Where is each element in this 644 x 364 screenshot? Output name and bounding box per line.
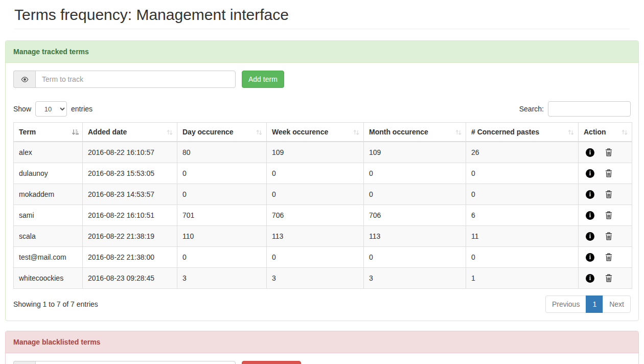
info-icon[interactable]: i	[586, 169, 594, 178]
cell-day: 0	[177, 163, 267, 184]
cell-week: 706	[267, 205, 364, 226]
cell-term: whitecoockies	[14, 268, 83, 289]
action-cell: i	[584, 274, 627, 283]
column-header-week-occurence[interactable]: Week occurence	[267, 123, 364, 142]
cell-pastes: 1	[466, 268, 579, 289]
action-cell: i	[584, 148, 627, 157]
cell-term: mokaddem	[14, 184, 83, 205]
table-info-text: Showing 1 to 7 of 7 entries	[13, 300, 98, 308]
datatable-footer: Showing 1 to 7 of 7 entries Previous 1 N…	[13, 295, 631, 313]
cell-pastes: 11	[466, 226, 579, 247]
column-header-concerned-pastes[interactable]: # Concerned pastes	[466, 123, 579, 142]
tracked-terms-panel: Manage tracked terms Add term Show	[5, 40, 639, 321]
info-icon[interactable]: i	[586, 211, 594, 220]
action-cell: i	[584, 253, 627, 262]
cell-pastes: 0	[466, 247, 579, 268]
show-label: Show	[13, 105, 31, 113]
cell-month: 0	[364, 163, 466, 184]
cell-term: alex	[14, 142, 83, 163]
sort-both-icon	[353, 128, 360, 139]
page-title: Terms frequency: Management interface	[14, 6, 630, 24]
add-term-row: Add term	[13, 71, 631, 88]
cell-added-date: 2016-08-23 09:28:45	[83, 268, 177, 289]
tracked-terms-table: Term	[13, 122, 632, 289]
column-header-term[interactable]: Term	[14, 123, 83, 142]
trash-icon[interactable]	[605, 274, 612, 282]
column-header-month-occurence[interactable]: Month occurence	[364, 123, 466, 142]
cell-added-date: 2016-08-23 14:53:57	[83, 184, 177, 205]
info-icon[interactable]: i	[586, 253, 594, 262]
column-header-day-occurence[interactable]: Day occurence	[177, 123, 267, 142]
cell-term: test@mail.com	[14, 247, 83, 268]
cell-week: 0	[267, 247, 364, 268]
column-header-action[interactable]: Action	[579, 123, 632, 142]
cell-week: 113	[267, 226, 364, 247]
cell-pastes: 26	[466, 142, 579, 163]
datatable-controls: Show 10 entries Search:	[13, 101, 631, 117]
cell-term: scala	[14, 226, 83, 247]
cell-week: 0	[267, 184, 364, 205]
cell-week: 109	[267, 142, 364, 163]
blacklist-term-input[interactable]	[35, 361, 236, 364]
page: Terms frequency: Management interface Ma…	[0, 6, 644, 364]
table-row: whitecoockies 2016-08-23 09:28:45 3 3 3 …	[14, 268, 632, 289]
cell-term: sami	[14, 205, 83, 226]
search-input[interactable]	[548, 101, 631, 117]
cell-month: 0	[364, 184, 466, 205]
sort-asc-icon	[72, 128, 79, 139]
eye-icon	[13, 71, 35, 88]
cell-month: 109	[364, 142, 466, 163]
cell-added-date: 2016-08-22 16:10:57	[83, 142, 177, 163]
sort-both-icon	[621, 128, 628, 139]
table-row: alex 2016-08-22 16:10:57 80 109 109 26 i	[14, 142, 632, 163]
search-control: Search:	[519, 101, 631, 117]
blacklist-addon-icon	[13, 361, 35, 364]
action-cell: i	[584, 232, 627, 241]
pagination-next[interactable]: Next	[603, 295, 631, 313]
trash-icon[interactable]	[605, 232, 612, 240]
pagination: Previous 1 Next	[545, 295, 631, 313]
add-term-button[interactable]: Add term	[242, 71, 284, 88]
add-blacklist-button[interactable]	[242, 361, 301, 364]
term-to-track-input[interactable]	[35, 71, 236, 88]
cell-month: 706	[364, 205, 466, 226]
title-divider	[14, 29, 630, 29]
trash-icon[interactable]	[605, 253, 612, 261]
tracked-panel-heading: Manage tracked terms	[6, 41, 638, 63]
info-icon[interactable]: i	[586, 148, 594, 157]
add-blacklist-row	[13, 361, 631, 364]
cell-added-date: 2016-08-22 21:38:00	[83, 247, 177, 268]
table-row: sami 2016-08-22 16:10:51 701 706 706 6 i	[14, 205, 632, 226]
pagination-page-1[interactable]: 1	[586, 295, 603, 313]
cell-day: 0	[177, 247, 267, 268]
trash-icon[interactable]	[605, 148, 612, 156]
cell-day: 3	[177, 268, 267, 289]
pagination-previous[interactable]: Previous	[545, 295, 586, 313]
cell-term: dulaunoy	[14, 163, 83, 184]
trash-icon[interactable]	[605, 211, 612, 219]
cell-day: 110	[177, 226, 267, 247]
table-row: scala 2016-08-22 21:38:19 110 113 113 11…	[14, 226, 632, 247]
entries-label: entries	[71, 105, 93, 113]
cell-day: 0	[177, 184, 267, 205]
cell-day: 701	[177, 205, 267, 226]
column-header-added-date[interactable]: Added date	[83, 123, 177, 142]
entries-select[interactable]: 10	[35, 101, 67, 117]
blacklist-panel-body	[6, 353, 638, 364]
info-icon[interactable]: i	[586, 190, 594, 199]
cell-month: 0	[364, 247, 466, 268]
action-cell: i	[584, 211, 627, 220]
info-icon[interactable]: i	[586, 274, 594, 283]
info-icon[interactable]: i	[586, 232, 594, 241]
sort-both-icon	[567, 128, 574, 139]
trash-icon[interactable]	[605, 169, 612, 177]
cell-pastes: 6	[466, 205, 579, 226]
entries-length-control: Show 10 entries	[13, 101, 93, 117]
term-input-group	[13, 71, 236, 88]
action-cell: i	[584, 190, 627, 199]
tracked-panel-body: Add term Show 10 entries Search:	[6, 63, 638, 321]
blacklisted-terms-panel: Manage blacklisted terms	[5, 331, 639, 364]
trash-icon[interactable]	[605, 190, 612, 198]
search-label: Search:	[519, 105, 544, 113]
cell-added-date: 2016-08-23 15:53:05	[83, 163, 177, 184]
